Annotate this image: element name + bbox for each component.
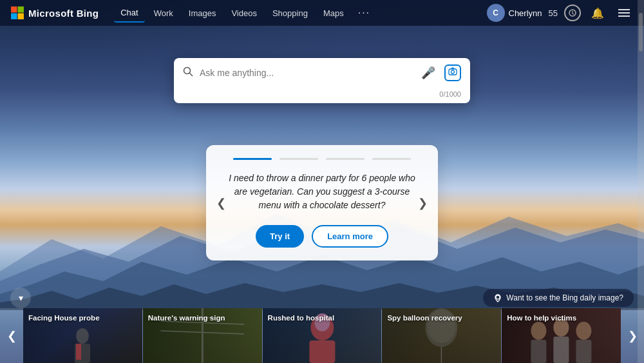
menu-line-1 <box>618 9 630 10</box>
news-strip: ❮ Facing House probe Nature's wa <box>0 308 644 363</box>
svg-rect-16 <box>76 344 81 360</box>
nav-link-videos[interactable]: Videos <box>225 5 263 22</box>
microsoft-logo-icon <box>10 6 24 20</box>
card-next-button[interactable]: ❯ <box>415 193 430 213</box>
nav-link-maps[interactable]: Maps <box>317 5 350 22</box>
svg-rect-6 <box>11 14 17 19</box>
news-card-title-1: Nature's warning sign <box>148 313 257 323</box>
card-actions: Try it Learn more <box>224 225 420 248</box>
bottom-bar: ▾ Want to see the Bing daily image? <box>0 288 644 308</box>
svg-line-10 <box>190 74 193 76</box>
search-counter: 0/1000 <box>174 88 470 103</box>
nav-bell-button[interactable]: 🔔 <box>587 6 608 21</box>
microphone-icon[interactable]: 🎤 <box>419 64 438 81</box>
daily-image-label: Want to see the Bing daily image? <box>506 293 623 302</box>
news-card-title-4: How to help victims <box>507 313 616 323</box>
location-icon <box>493 293 502 302</box>
nav-link-work[interactable]: Work <box>147 5 180 22</box>
news-cards: Facing House probe Nature's warning sign <box>23 308 621 363</box>
news-prev-button[interactable]: ❮ <box>0 308 23 363</box>
search-input[interactable] <box>200 68 412 78</box>
news-card-1[interactable]: Nature's warning sign <box>143 308 263 363</box>
reward-icon <box>568 8 577 17</box>
nav-logo[interactable]: Microsoft Bing <box>10 6 99 20</box>
svg-rect-30 <box>531 340 547 363</box>
svg-rect-32 <box>576 340 592 363</box>
expand-icon: ▾ <box>19 293 23 303</box>
menu-line-3 <box>618 15 630 17</box>
scrollbar-thumb[interactable] <box>639 13 643 52</box>
svg-point-29 <box>576 322 592 340</box>
svg-point-27 <box>531 322 547 340</box>
svg-point-14 <box>76 328 89 344</box>
nav-username: Cherlynn <box>509 8 542 18</box>
camera-search-icon[interactable] <box>444 64 461 81</box>
search-container: 🎤 0/1000 <box>174 58 470 103</box>
nav-right: C Cherlynn 55 🔔 <box>487 4 634 22</box>
avatar: C <box>487 4 505 22</box>
nav-reward-button[interactable] <box>564 5 581 21</box>
nav-link-images[interactable]: Images <box>182 5 223 22</box>
news-card-2[interactable]: Rushed to hospital <box>263 308 383 363</box>
scrollbar[interactable] <box>638 0 644 363</box>
svg-rect-31 <box>554 337 569 363</box>
card-tab-1[interactable] <box>233 158 272 160</box>
menu-line-2 <box>618 12 630 14</box>
nav-brand-text: Microsoft Bing <box>28 8 99 19</box>
card-prev-button[interactable]: ❮ <box>214 193 229 213</box>
news-card-3[interactable]: Spy balloon recovery <box>382 308 502 363</box>
learn-more-button[interactable]: Learn more <box>312 225 388 248</box>
suggestion-text: I need to throw a dinner party for 6 peo… <box>224 172 420 212</box>
news-card-title-0: Facing House probe <box>28 313 137 323</box>
nav-score: 55 <box>549 8 558 18</box>
svg-point-12 <box>451 70 455 74</box>
news-card-0[interactable]: Facing House probe <box>23 308 143 363</box>
navbar: Microsoft Bing Chat Work Images Videos S… <box>0 0 644 26</box>
search-input-row: 🎤 <box>174 58 470 88</box>
news-card-4[interactable]: How to help victims <box>502 308 621 363</box>
svg-point-13 <box>496 295 500 299</box>
expand-button[interactable]: ▾ <box>10 288 31 308</box>
svg-rect-5 <box>18 6 24 12</box>
daily-image-button[interactable]: Want to see the Bing daily image? <box>483 289 634 307</box>
svg-rect-7 <box>18 14 24 19</box>
nav-user[interactable]: C Cherlynn <box>487 4 542 22</box>
search-box: 🎤 0/1000 <box>174 58 470 103</box>
svg-rect-4 <box>11 6 17 12</box>
svg-rect-11 <box>449 69 457 75</box>
card-tabs <box>224 158 420 160</box>
news-card-title-3: Spy balloon recovery <box>387 313 496 323</box>
nav-link-shopping[interactable]: Shopping <box>266 5 314 22</box>
news-card-image-0 <box>63 324 102 363</box>
nav-links: Chat Work Images Videos Shopping Maps ··… <box>114 4 486 23</box>
news-card-title-2: Rushed to hospital <box>268 313 377 323</box>
try-it-button[interactable]: Try it <box>256 225 304 248</box>
nav-more-button[interactable]: ··· <box>353 5 375 21</box>
nav-hamburger-button[interactable] <box>614 8 634 18</box>
nav-link-chat[interactable]: Chat <box>114 4 144 23</box>
suggestion-card: ❮ ❯ I need to throw a dinner party for 6… <box>206 145 438 260</box>
svg-rect-23 <box>309 340 335 363</box>
search-icon <box>183 66 193 79</box>
card-tab-3[interactable] <box>326 158 365 160</box>
card-tab-4[interactable] <box>372 158 411 160</box>
card-tab-2[interactable] <box>279 158 318 160</box>
